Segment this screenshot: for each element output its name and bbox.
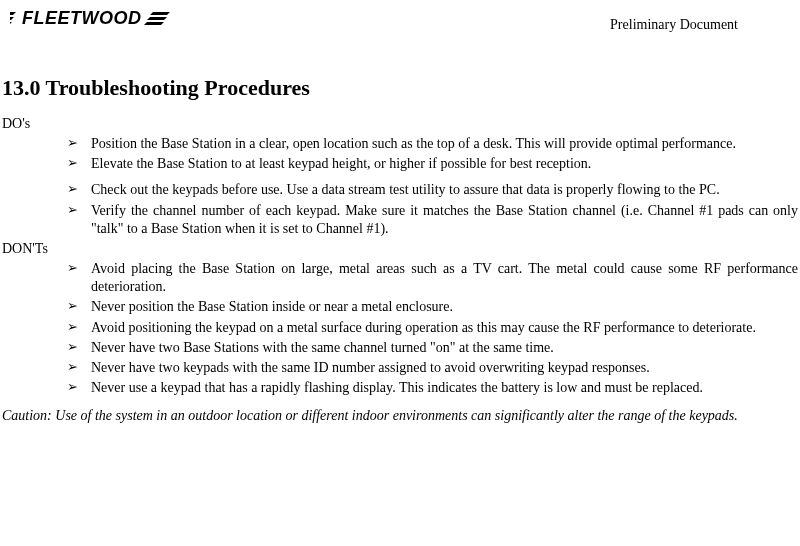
list-item: Verify the channel number of each keypad… [67, 202, 798, 238]
caution-note: Caution: Use of the system in an outdoor… [2, 407, 798, 425]
page-title: 13.0 Troubleshooting Procedures [2, 74, 798, 103]
donts-label: DON'Ts [2, 240, 798, 258]
list-item: Never have two keypads with the same ID … [67, 359, 798, 377]
document-label: Preliminary Document [610, 16, 738, 34]
svg-marker-1 [10, 17, 14, 20]
list-item: Avoid positioning the keypad on a metal … [67, 319, 798, 337]
fleetwood-logo: FLEETWOOD [10, 6, 175, 30]
svg-marker-5 [147, 17, 167, 20]
list-item: Check out the keypads before use. Use a … [67, 181, 798, 199]
dos-list-1: Position the Base Station in a clear, op… [2, 135, 798, 173]
svg-marker-0 [10, 12, 16, 15]
svg-marker-4 [150, 12, 170, 15]
list-item: Never have two Base Stations with the sa… [67, 339, 798, 357]
donts-list: Avoid placing the Base Station on large,… [2, 260, 798, 397]
dos-label: DO's [2, 115, 798, 133]
list-item: Avoid placing the Base Station on large,… [67, 260, 798, 296]
dos-list-2: Check out the keypads before use. Use a … [2, 181, 798, 238]
list-item: Position the Base Station in a clear, op… [67, 135, 798, 153]
list-item: Elevate the Base Station to at least key… [67, 155, 798, 173]
svg-text:FLEETWOOD: FLEETWOOD [22, 8, 142, 28]
list-item: Never position the Base Station inside o… [67, 298, 798, 316]
page-header: FLEETWOOD Preliminary Document [2, 8, 798, 34]
svg-marker-2 [10, 22, 12, 24]
list-item: Never use a keypad that has a rapidly fl… [67, 379, 798, 397]
svg-marker-6 [144, 22, 164, 25]
